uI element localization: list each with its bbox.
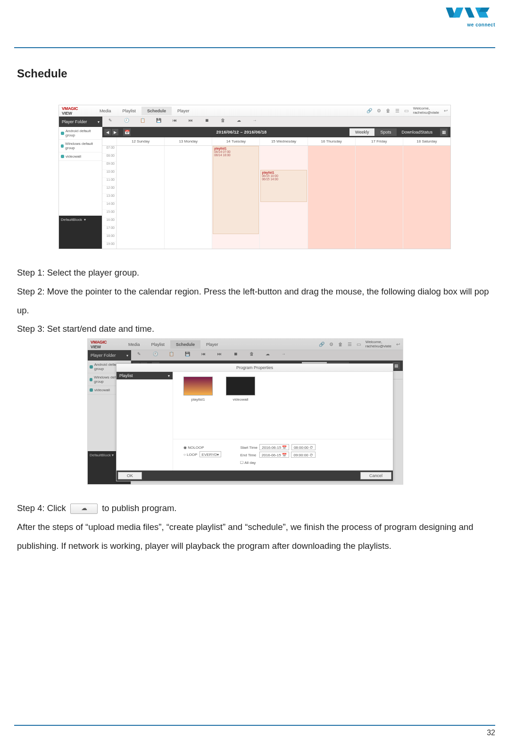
step-4: Step 4: Click ☁ to publish program. [17,499,495,518]
sidebar-item-android[interactable]: Android default group [59,127,102,140]
prev-week-icon[interactable]: ◀ [104,129,111,135]
window-icon[interactable]: ▭ [404,108,408,113]
logout-icon[interactable]: ↩ [444,108,448,113]
start-time-input[interactable]: 08:00:00 ⏱ [291,444,316,450]
loop-select[interactable]: EVERYD▾ [200,451,222,457]
trash-icon[interactable]: 🗑 [386,108,391,113]
calendar-header: 12 Sunday 13 Monday 14 Tuesday 15 Wednes… [102,137,450,146]
calendar-grid[interactable]: playlist1 06/14 07:00 06/14 18:00 playli… [116,146,450,249]
logo-tagline: we connect [445,22,495,27]
page-footer: 32 [14,725,495,737]
dialog-title: Program Properties [116,364,393,372]
thumb-playlist1[interactable]: playlist1 [183,377,213,402]
screenshot-schedule: VMAGICVIEW Media Playlist Schedule Playe… [58,105,451,249]
player-folder-sidebar: Android default group Windows default gr… [59,127,102,249]
app-logo: VMAGICVIEW [62,106,94,116]
end-time-input[interactable]: 09:00:00 ⏱ [291,452,315,458]
screenshot-program-properties: VMAGICVIEW Media Playlist Schedule Playe… [87,338,403,485]
gear-icon[interactable]: ⚙ [377,108,381,113]
page-number: 32 [487,729,495,737]
ok-button[interactable]: OK [118,472,142,479]
end-date-input[interactable]: 2016-06-15 📅 [259,452,289,458]
time-column: 07:0008:00 09:0010:00 11:0012:00 13:0014… [102,146,116,249]
step-2: Step 2: Move the pointer to the calendar… [17,282,495,320]
thumb-videowall[interactable]: videowall [226,377,255,402]
tab-schedule[interactable]: Schedule [141,107,172,115]
sidebar-item-windows[interactable]: Windows default group [59,140,102,152]
step-3: Step 3: Set start/end date and time. [17,319,495,338]
publish-button-inline: ☁ [70,504,98,514]
next-week-icon[interactable]: ▶ [112,129,118,135]
publish-icon[interactable]: ☁ [233,118,244,126]
bars-icon[interactable]: ☰ [395,108,399,113]
grid-icon[interactable]: ▦ [440,128,448,136]
radio-loop[interactable]: ○ LOOP EVERYD▾ [183,451,221,458]
link-icon[interactable]: 🔗 [366,108,372,113]
sidebar-item-videowall[interactable]: videowall [59,152,102,161]
playlist-dropdown[interactable]: Playlist▾ [116,372,173,379]
via-logo-header: we connect [14,5,495,28]
header-rule [14,47,495,48]
date-range: 2016/06/12 – 2016/06/18 [133,130,349,134]
closing-paragraph: After the steps of “upload media files”,… [17,518,495,555]
welcome-text: Welcome, rachelxu@viate [413,107,439,115]
download-status[interactable]: DownloadStatus [397,128,437,136]
arrow-icon[interactable]: → [249,118,260,126]
skip-fwd-icon[interactable]: ⏭ [185,118,196,126]
save-icon[interactable]: 💾 [153,118,164,126]
clock-icon[interactable]: 🕘 [121,118,132,126]
program-properties-dialog: Program Properties Playlist▾ playlist1 [116,363,393,481]
radio-noloop[interactable]: ◉ NOLOOP [183,444,221,451]
view-weekly[interactable]: Weekly [349,128,374,136]
via-logo-icon [445,5,495,22]
cancel-button[interactable]: Cancel [360,472,391,479]
top-tabs: Media Playlist Schedule Player [94,107,195,115]
checkbox-allday[interactable]: ☐ All day [240,459,316,467]
edit-icon[interactable]: ✎ [105,118,116,126]
section-title: Schedule [17,67,495,80]
calendar-icon[interactable]: 📅 [123,128,131,136]
svg-marker-1 [453,8,464,17]
delete-icon[interactable]: 🗑 [217,118,228,126]
skip-back-icon[interactable]: ⏮ [169,118,180,126]
tab-playlist[interactable]: Playlist [117,107,142,115]
copy-icon[interactable]: 📋 [137,118,148,126]
tab-player[interactable]: Player [172,107,195,115]
default-block[interactable]: DefaultBlock ▾ [59,216,102,249]
stop-icon[interactable]: ⏹ [201,118,212,126]
start-date-input[interactable]: 2016-06-15 📅 [259,444,289,450]
view-spots[interactable]: Spots [374,128,397,136]
step-1: Step 1: Select the player group. [17,263,495,282]
sidebar-title[interactable]: Player Folder▾ [59,117,102,127]
tab-media[interactable]: Media [94,107,117,115]
